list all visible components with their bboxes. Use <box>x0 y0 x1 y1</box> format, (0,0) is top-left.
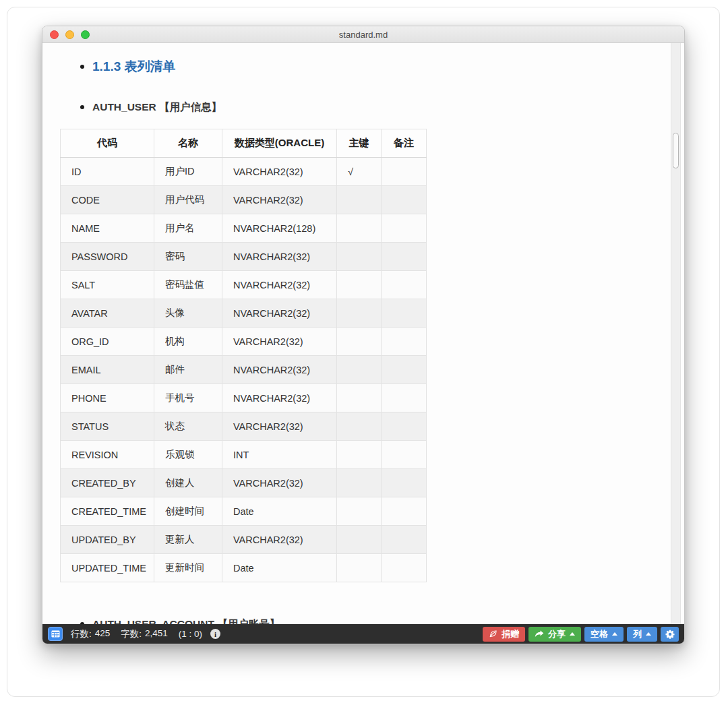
traffic-lights <box>50 30 90 39</box>
leaf-icon <box>489 630 497 638</box>
title-bar[interactable]: standard.md <box>42 26 684 43</box>
table-row: UPDATED_BY更新人VARCHAR2(32) <box>61 526 427 554</box>
table-cell <box>382 186 427 214</box>
table-cell: 创建时间 <box>154 497 222 526</box>
info-icon[interactable]: i <box>210 629 220 639</box>
table-cell: REVISION <box>61 441 154 469</box>
column-menu-button[interactable]: 列 <box>627 627 657 642</box>
table-cell: NVARCHAR2(32) <box>222 356 337 384</box>
table-cell <box>337 554 382 582</box>
table-cell <box>337 384 382 412</box>
settings-button[interactable] <box>661 627 679 642</box>
table-cell <box>382 554 427 582</box>
table-cell: VARCHAR2(32) <box>222 469 337 497</box>
table-row: PHONE手机号NVARCHAR2(32) <box>61 384 427 412</box>
table-cell <box>382 271 427 299</box>
cursor-ratio: (1 : 0) <box>179 629 202 639</box>
column-header: 名称 <box>154 129 222 158</box>
table-grid-icon <box>51 630 60 638</box>
table-cell <box>337 328 382 356</box>
preview-mode-button[interactable] <box>48 627 63 641</box>
table-row: SALT密码盐值NVARCHAR2(32) <box>61 271 427 299</box>
share-arrow-icon <box>535 630 544 638</box>
table-cell <box>382 243 427 271</box>
table-cell: VARCHAR2(32) <box>222 412 337 441</box>
table-cell <box>337 441 382 469</box>
table-row: CREATED_TIME创建时间Date <box>61 497 427 526</box>
column-header: 主键 <box>337 129 382 158</box>
toc-heading-item: 1.1.3 表列清单 <box>80 59 176 74</box>
table-cell: 状态 <box>154 412 222 441</box>
line-count: 行数: 425 <box>71 628 110 640</box>
minimize-button[interactable] <box>65 30 74 39</box>
table-row: UPDATED_TIME更新时间Date <box>61 554 427 582</box>
table-cell: AVATAR <box>61 299 154 328</box>
table-cell: 用户名 <box>154 214 222 243</box>
word-count: 字数: 2,451 <box>121 628 168 640</box>
table-cell <box>337 214 382 243</box>
table-cell: NVARCHAR2(32) <box>222 299 337 328</box>
table-cell <box>337 469 382 497</box>
table-cell: Date <box>222 554 337 582</box>
table-cell <box>382 356 427 384</box>
table-row: PASSWORD密码NVARCHAR2(32) <box>61 243 427 271</box>
table-cell: VARCHAR2(32) <box>222 158 337 186</box>
table-cell: ORG_ID <box>61 328 154 356</box>
table-cell: ID <box>61 158 154 186</box>
table-row: ID用户IDVARCHAR2(32)√ <box>61 158 427 186</box>
table-cell: NVARCHAR2(32) <box>222 243 337 271</box>
table-cell: 用户代码 <box>154 186 222 214</box>
table-cell <box>382 441 427 469</box>
share-button[interactable]: 分享 <box>528 627 581 642</box>
table-cell: INT <box>222 441 337 469</box>
table-cell: CODE <box>61 186 154 214</box>
table-cell: 邮件 <box>154 356 222 384</box>
table-row: NAME用户名NVARCHAR2(128) <box>61 214 427 243</box>
table-cell <box>382 469 427 497</box>
column-header: 代码 <box>61 129 154 158</box>
chevron-up-icon <box>646 632 651 636</box>
table-header-row: 代码名称数据类型(ORACLE)主键备注 <box>61 129 427 158</box>
table-cell: CREATED_TIME <box>61 497 154 526</box>
table-cell: VARCHAR2(32) <box>222 186 337 214</box>
scrollbar-thumb[interactable] <box>673 133 679 168</box>
field-table: 代码名称数据类型(ORACLE)主键备注 ID用户IDVARCHAR2(32)√… <box>60 129 427 582</box>
table-cell <box>382 526 427 554</box>
gear-icon <box>665 630 675 639</box>
close-button[interactable] <box>50 30 59 39</box>
table-cell: VARCHAR2(32) <box>222 526 337 554</box>
table-cell: 更新时间 <box>154 554 222 582</box>
table-cell: SALT <box>61 271 154 299</box>
table-cell: 头像 <box>154 299 222 328</box>
table-cell <box>337 356 382 384</box>
heading-link[interactable]: 1.1.3 表列清单 <box>92 59 176 74</box>
table-cell: 用户ID <box>154 158 222 186</box>
table-row: STATUS状态VARCHAR2(32) <box>61 412 427 441</box>
table-cell: STATUS <box>61 412 154 441</box>
table-cell: 更新人 <box>154 526 222 554</box>
table-cell <box>337 526 382 554</box>
status-bar-buttons: 捐赠 分享 空格 列 <box>483 627 679 642</box>
table-cell <box>382 158 427 186</box>
app-window: standard.md 1.1.3 表列清单 AUTH_USER 【用户信息】 … <box>42 26 685 644</box>
table-cell <box>337 271 382 299</box>
preview-pane: 1.1.3 表列清单 AUTH_USER 【用户信息】 代码名称数据类型(ORA… <box>42 43 684 624</box>
document-stats: 行数: 425 字数: 2,451 (1 : 0) <box>71 628 202 640</box>
donate-button[interactable]: 捐赠 <box>483 627 525 642</box>
table-cell <box>337 299 382 328</box>
zoom-button[interactable] <box>81 30 90 39</box>
table-row: AVATAR头像NVARCHAR2(32) <box>61 299 427 328</box>
table-row: REVISION乐观锁INT <box>61 441 427 469</box>
table-cell: PASSWORD <box>61 243 154 271</box>
table-cell: UPDATED_TIME <box>61 554 154 582</box>
table-cell: 密码盐值 <box>154 271 222 299</box>
section-title-item: AUTH_USER 【用户信息】 <box>80 100 222 113</box>
space-menu-button[interactable]: 空格 <box>584 627 624 642</box>
scrollbar-track[interactable] <box>671 43 681 624</box>
list-bullet <box>80 105 84 109</box>
table-cell <box>382 328 427 356</box>
table-cell <box>382 299 427 328</box>
table-cell: NVARCHAR2(128) <box>222 214 337 243</box>
chevron-up-icon <box>612 632 617 636</box>
table-cell: EMAIL <box>61 356 154 384</box>
